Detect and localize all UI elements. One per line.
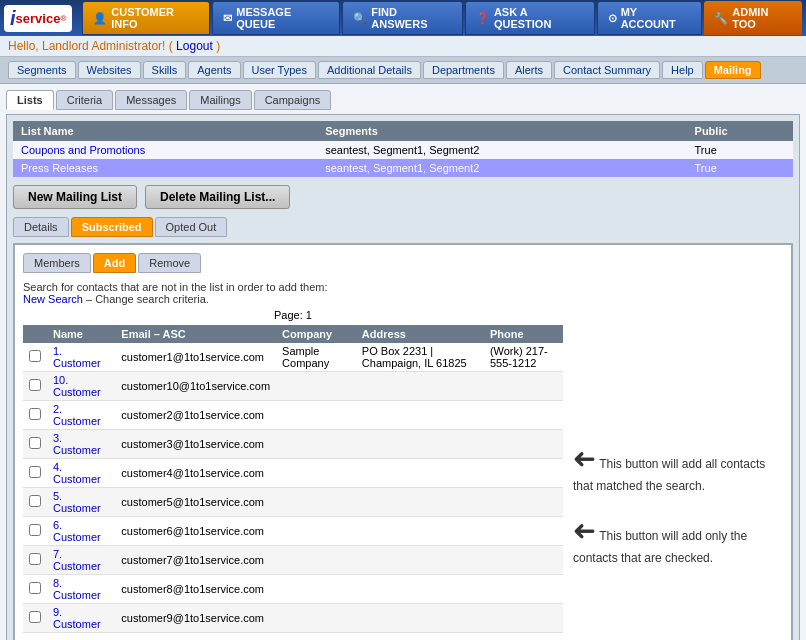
hello-text: Hello, Landlord Administrator! bbox=[8, 39, 165, 53]
row-checkbox-7[interactable] bbox=[29, 553, 41, 565]
row-checkbox-5[interactable] bbox=[29, 495, 41, 507]
second-nav-mailing[interactable]: Mailing bbox=[705, 61, 761, 79]
table-row[interactable]: Press Releases seantest, Segment1, Segme… bbox=[13, 159, 793, 177]
contact-name-link-6[interactable]: 6. Customer bbox=[53, 519, 101, 543]
logo-service: service bbox=[16, 11, 61, 26]
row-company-cell bbox=[276, 604, 356, 633]
row-checkbox-8[interactable] bbox=[29, 582, 41, 594]
row-phone-cell bbox=[484, 401, 563, 430]
sub-tab-strip: Details Subscribed Opted Out bbox=[13, 217, 793, 237]
contact-name-link-7[interactable]: 7. Customer bbox=[53, 548, 101, 572]
delete-mailing-list-button[interactable]: Delete Mailing List... bbox=[145, 185, 290, 209]
second-nav-departments[interactable]: Departments bbox=[423, 61, 504, 79]
contact-name-link-5[interactable]: 5. Customer bbox=[53, 490, 101, 514]
row-name-cell: 10. Customer bbox=[47, 372, 115, 401]
second-nav-help[interactable]: Help bbox=[662, 61, 703, 79]
search-description: Search for contacts that are not in the … bbox=[23, 281, 328, 293]
list-name-link[interactable]: Coupons and Promotions bbox=[21, 144, 145, 156]
list-name-link[interactable]: Press Releases bbox=[21, 162, 98, 174]
new-search-link[interactable]: New Search bbox=[23, 293, 83, 305]
row-address-cell bbox=[356, 459, 484, 488]
member-tab-add[interactable]: Add bbox=[93, 253, 136, 273]
tab-campaigns[interactable]: Campaigns bbox=[254, 90, 332, 110]
list-name-cell: Press Releases bbox=[13, 159, 317, 177]
contact-name-link-3[interactable]: 3. Customer bbox=[53, 432, 101, 456]
row-company-cell bbox=[276, 517, 356, 546]
row-address-cell bbox=[356, 604, 484, 633]
table-row: 5. Customer customer5@1to1service.com bbox=[23, 488, 563, 517]
row-phone-cell bbox=[484, 430, 563, 459]
table-row: 7. Customer customer7@1to1service.com bbox=[23, 546, 563, 575]
logo: i service ® bbox=[4, 5, 72, 32]
sub-tab-opted-out[interactable]: Opted Out bbox=[155, 217, 228, 237]
table-row: 6. Customer customer6@1to1service.com bbox=[23, 517, 563, 546]
nav-tab-admin[interactable]: 🔧 ADMIN TOO bbox=[704, 1, 802, 35]
second-nav-websites[interactable]: Websites bbox=[78, 61, 141, 79]
row-email-cell: customer2@1to1service.com bbox=[115, 401, 276, 430]
envelope-icon: ✉ bbox=[223, 12, 232, 25]
col-checkbox bbox=[23, 325, 47, 343]
second-nav-agents[interactable]: Agents bbox=[188, 61, 240, 79]
hello-bar: Hello, Landlord Administrator! ( Logout … bbox=[0, 36, 806, 57]
row-checkbox-9[interactable] bbox=[29, 611, 41, 623]
second-nav-skills[interactable]: Skills bbox=[143, 61, 187, 79]
annotation-second-text: This button will add only the contacts t… bbox=[573, 529, 747, 565]
row-checkbox-cell bbox=[23, 372, 47, 401]
sub-tab-details[interactable]: Details bbox=[13, 217, 69, 237]
nav-tab-my-account-label: MY ACCOUNT bbox=[621, 6, 692, 30]
contact-name-link-0[interactable]: 1. Customer bbox=[53, 345, 101, 369]
row-checkbox-3[interactable] bbox=[29, 437, 41, 449]
row-name-cell: 9. Customer bbox=[47, 604, 115, 633]
row-checkbox-2[interactable] bbox=[29, 408, 41, 420]
row-company-cell bbox=[276, 401, 356, 430]
member-tab-strip: Members Add Remove bbox=[23, 253, 783, 273]
row-company-cell bbox=[276, 459, 356, 488]
nav-tab-ask-question[interactable]: ❓ ASK A QUESTION bbox=[465, 1, 595, 35]
segments-cell: seantest, Segment1, Segment2 bbox=[317, 159, 686, 177]
subscribed-panel: Members Add Remove Search for contacts t… bbox=[13, 243, 793, 640]
row-checkbox-4[interactable] bbox=[29, 466, 41, 478]
tab-criteria[interactable]: Criteria bbox=[56, 90, 113, 110]
row-company-cell bbox=[276, 546, 356, 575]
nav-tab-my-account[interactable]: ⊙ MY ACCOUNT bbox=[597, 1, 703, 35]
logout-link[interactable]: Logout bbox=[176, 39, 213, 53]
row-phone-cell bbox=[484, 372, 563, 401]
contact-name-link-2[interactable]: 2. Customer bbox=[53, 403, 101, 427]
row-name-cell: 2. Customer bbox=[47, 401, 115, 430]
second-nav-segments[interactable]: Segments bbox=[8, 61, 76, 79]
row-email-cell: customer3@1to1service.com bbox=[115, 430, 276, 459]
table-row: 8. Customer customer8@1to1service.com bbox=[23, 575, 563, 604]
segments-cell: seantest, Segment1, Segment2 bbox=[317, 141, 686, 159]
row-address-cell bbox=[356, 546, 484, 575]
contact-name-link-1[interactable]: 10. Customer bbox=[53, 374, 101, 398]
table-row: 4. Customer customer4@1to1service.com bbox=[23, 459, 563, 488]
contact-name-link-9[interactable]: 9. Customer bbox=[53, 606, 101, 630]
col-email: Email – ASC bbox=[115, 325, 276, 343]
sub-tab-subscribed[interactable]: Subscribed bbox=[71, 217, 153, 237]
second-nav-alerts[interactable]: Alerts bbox=[506, 61, 552, 79]
member-tab-remove[interactable]: Remove bbox=[138, 253, 201, 273]
nav-tab-ask-question-label: ASK A QUESTION bbox=[494, 6, 584, 30]
member-tab-members[interactable]: Members bbox=[23, 253, 91, 273]
col-address: Address bbox=[356, 325, 484, 343]
contact-name-link-8[interactable]: 8. Customer bbox=[53, 577, 101, 601]
top-navigation: i service ® 👤 CUSTOMER INFO ✉ MESSAGE QU… bbox=[0, 0, 806, 36]
nav-tab-message-queue[interactable]: ✉ MESSAGE QUEUE bbox=[212, 1, 340, 35]
tab-mailings[interactable]: Mailings bbox=[189, 90, 251, 110]
nav-tab-list: 👤 CUSTOMER INFO ✉ MESSAGE QUEUE 🔍 FIND A… bbox=[82, 1, 802, 35]
table-row[interactable]: Coupons and Promotions seantest, Segment… bbox=[13, 141, 793, 159]
row-checkbox-1[interactable] bbox=[29, 379, 41, 391]
second-nav-user-types[interactable]: User Types bbox=[243, 61, 316, 79]
row-checkbox-6[interactable] bbox=[29, 524, 41, 536]
row-checkbox-0[interactable] bbox=[29, 350, 41, 362]
tab-lists[interactable]: Lists bbox=[6, 90, 54, 110]
public-cell: True bbox=[687, 159, 793, 177]
second-nav-additional-details[interactable]: Additional Details bbox=[318, 61, 421, 79]
nav-tab-find-answers[interactable]: 🔍 FIND ANSWERS bbox=[342, 1, 463, 35]
row-name-cell: 6. Customer bbox=[47, 517, 115, 546]
tab-messages[interactable]: Messages bbox=[115, 90, 187, 110]
second-nav-contact-summary[interactable]: Contact Summary bbox=[554, 61, 660, 79]
new-mailing-list-button[interactable]: New Mailing List bbox=[13, 185, 137, 209]
contact-name-link-4[interactable]: 4. Customer bbox=[53, 461, 101, 485]
nav-tab-customer-info[interactable]: 👤 CUSTOMER INFO bbox=[82, 1, 210, 35]
